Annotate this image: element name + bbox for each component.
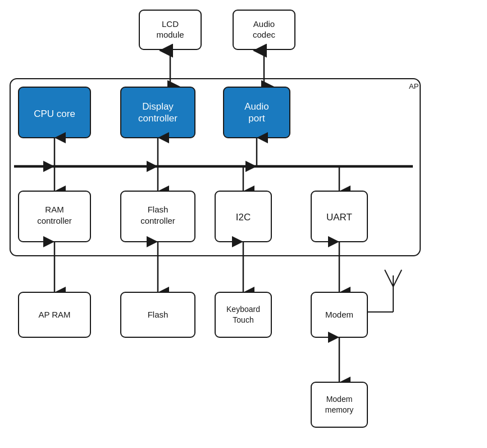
audio-codec-label2: codec xyxy=(253,30,276,39)
audio-codec-label: Audio xyxy=(253,19,275,29)
display-controller-label2: controller xyxy=(138,113,177,124)
modem-label: Modem xyxy=(325,310,353,319)
modem-memory-label: Modem xyxy=(326,395,353,404)
lcd-module-label: LCD xyxy=(162,19,179,29)
uart-label: UART xyxy=(326,212,352,223)
ap-label: AP xyxy=(409,82,418,90)
svg-line-17 xyxy=(393,270,402,287)
keyboard-touch-box xyxy=(215,292,271,337)
flash-controller-label2: controller xyxy=(140,216,175,225)
audio-port-label: Audio xyxy=(244,101,268,112)
flash-label: Flash xyxy=(148,310,169,319)
audio-port-label2: port xyxy=(248,113,265,124)
ram-controller-label: RAM xyxy=(45,205,63,214)
ram-controller-label2: controller xyxy=(37,216,72,225)
cpu-core-label: CPU core xyxy=(34,108,75,119)
svg-line-16 xyxy=(385,270,393,287)
ap-ram-label: AP RAM xyxy=(38,310,70,319)
diagram-container: AP LCD module Audio codec CPU core Displ… xyxy=(0,0,487,448)
audio-port-box xyxy=(224,87,290,138)
display-controller-label: Display xyxy=(142,101,174,112)
keyboard-touch-label: Keyboard xyxy=(226,305,260,314)
lcd-module-label2: module xyxy=(156,30,184,39)
flash-controller-label: Flash xyxy=(148,205,169,214)
modem-memory-box xyxy=(311,382,367,427)
modem-memory-label2: memory xyxy=(325,405,354,414)
display-controller-box xyxy=(121,87,195,138)
keyboard-touch-label2: Touch xyxy=(233,315,253,324)
i2c-label: I2C xyxy=(236,212,251,223)
